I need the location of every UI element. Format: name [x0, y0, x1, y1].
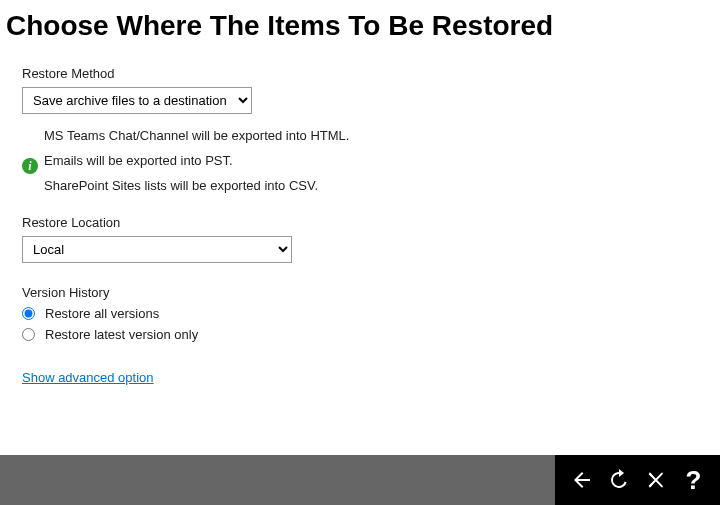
version-latest-radio[interactable]: [22, 328, 35, 341]
version-latest-row[interactable]: Restore latest version only: [22, 327, 698, 342]
retry-button[interactable]: [604, 465, 634, 495]
arrow-left-icon: [570, 468, 594, 492]
export-info-block: i MS Teams Chat/Channel will be exported…: [22, 128, 698, 193]
footer-spacer: [0, 455, 555, 505]
info-line-2: Emails will be exported into PST.: [44, 153, 698, 168]
restore-location-select[interactable]: Local: [22, 236, 292, 263]
version-all-label: Restore all versions: [45, 306, 159, 321]
version-latest-label: Restore latest version only: [45, 327, 198, 342]
info-line-3: SharePoint Sites lists will be exported …: [44, 178, 698, 193]
restore-method-label: Restore Method: [22, 66, 698, 81]
info-line-1: MS Teams Chat/Channel will be exported i…: [44, 128, 698, 143]
info-icon: i: [22, 158, 38, 174]
footer-actions: ?: [555, 455, 720, 505]
restore-location-label: Restore Location: [22, 215, 698, 230]
version-all-radio[interactable]: [22, 307, 35, 320]
back-button[interactable]: [567, 465, 597, 495]
version-all-row[interactable]: Restore all versions: [22, 306, 698, 321]
close-icon: [645, 469, 667, 491]
question-icon: ?: [685, 465, 701, 496]
version-history-label: Version History: [22, 285, 698, 300]
restore-method-select[interactable]: Save archive files to a destination: [22, 87, 252, 114]
cancel-button[interactable]: [641, 465, 671, 495]
footer-bar: ?: [0, 455, 720, 505]
page-title: Choose Where The Items To Be Restored: [6, 10, 698, 42]
help-button[interactable]: ?: [678, 465, 708, 495]
show-advanced-link[interactable]: Show advanced option: [22, 370, 154, 385]
refresh-icon: [607, 468, 631, 492]
